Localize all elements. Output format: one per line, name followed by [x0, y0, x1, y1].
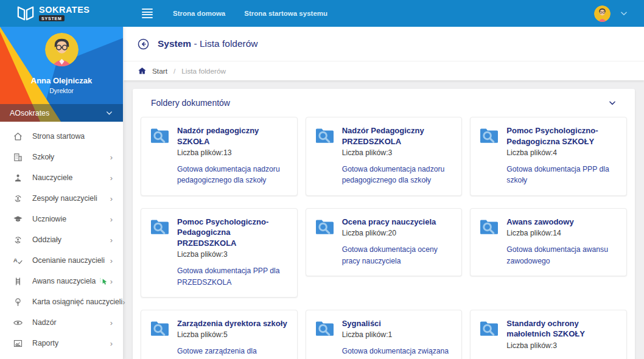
- sidebar-item-ocenianie-nauczycieli[interactable]: A Ocenianie nauczycieli ›: [0, 250, 123, 271]
- folder-title: Nadzór pedagogiczny SZKOŁA: [177, 125, 289, 147]
- folder-card[interactable]: Nadzór pedagogiczny SZKOŁA Liczba plików…: [141, 117, 298, 196]
- folder-card[interactable]: Pomoc Psychologiczno-Pedagogiczna SZKOŁY…: [470, 117, 627, 196]
- panel-collapse-chevron-icon[interactable]: [608, 99, 617, 107]
- folder-search-icon: [315, 319, 335, 337]
- folder-search-icon: [150, 127, 170, 144]
- chevron-right-icon: ›: [110, 153, 113, 161]
- sidebar-item-label: Nadzór: [32, 318, 57, 327]
- folder-card[interactable]: Nadzór Pedagogiczny PRZEDSZKOLA Liczba p…: [306, 117, 463, 196]
- sidebar-item-label: Szkoły: [32, 153, 54, 161]
- folder-files-count: Liczba plików:3: [342, 148, 453, 157]
- sidebar-item-uczniowie[interactable]: Uczniowie ›: [0, 209, 123, 229]
- page-title: System - Lista folderów: [158, 38, 258, 49]
- content-area: Foldery dokumentów Nadzór pedagogiczny S…: [124, 80, 644, 359]
- account-label: AOsokrates: [10, 109, 49, 117]
- sidebar-item-label: Karta osiągnięć nauczycieli: [32, 298, 122, 306]
- folder-card[interactable]: Standardy ochrony małoletnich SZKOŁY Lic…: [470, 310, 627, 359]
- topbar-link-strona-startowa-systemu[interactable]: Strona startowa systemu: [244, 10, 327, 17]
- folder-files-count: Liczba plików:4: [506, 148, 618, 157]
- profile-avatar[interactable]: [45, 33, 79, 66]
- folder-description: Gotowa dokumentacja PPP dla PRZEDSZKOLA: [177, 265, 289, 288]
- main-content: System - Lista folderów Start / Lista fo…: [124, 27, 644, 359]
- hamburger-menu-icon[interactable]: [142, 9, 154, 18]
- account-switcher[interactable]: AOsokrates: [0, 104, 123, 122]
- folder-search-icon: [150, 218, 170, 235]
- folder-card[interactable]: Ocena pracy nauczyciela Liczba plików:20…: [306, 208, 463, 276]
- team-sync-icon: [12, 193, 23, 204]
- chevron-right-icon: ›: [110, 340, 113, 347]
- folder-title: Ocena pracy nauczyciela: [342, 217, 453, 228]
- folder-title: Pomoc Psychologiczno-Pedagogiczna PRZEDS…: [177, 217, 289, 249]
- folder-card[interactable]: Zarządzenia dyrektora szkoły Liczba plik…: [141, 310, 298, 359]
- green-cursor-icon: [99, 277, 108, 286]
- sidebar-item-label: Zespoły nauczycieli: [32, 194, 97, 203]
- folder-card[interactable]: Pomoc Psychologiczno-Pedagogiczna PRZEDS…: [141, 208, 298, 298]
- lightbulb-icon: [12, 296, 23, 307]
- folder-files-count: Liczba plików:14: [506, 229, 618, 237]
- files-label: Liczba plików:: [506, 341, 553, 350]
- files-label: Liczba plików:: [177, 148, 223, 157]
- user-avatar[interactable]: [594, 5, 611, 22]
- group-sync-icon: [12, 234, 23, 245]
- app-logo[interactable]: SOKRATES SYSTEM: [0, 5, 124, 22]
- account-chevron-down-icon[interactable]: [620, 9, 628, 18]
- open-book-logo-icon: [16, 5, 35, 22]
- folder-search-icon: [315, 127, 335, 144]
- folder-search-icon: [315, 218, 335, 235]
- folder-search-icon: [479, 218, 499, 235]
- svg-text:A: A: [13, 256, 17, 263]
- folder-description: Gotowa dokumentacja awansu zawodowego: [506, 244, 618, 267]
- sidebar-item-nadzor[interactable]: Nadzór ›: [0, 312, 123, 333]
- files-count: 4: [553, 148, 557, 157]
- folder-card[interactable]: Awans zawodowy Liczba plików:14 Gotowa d…: [470, 208, 627, 276]
- folder-grid: Nadzór pedagogiczny SZKOŁA Liczba plików…: [141, 117, 627, 359]
- sidebar-item-strona-startowa[interactable]: Strona startowa: [0, 126, 123, 147]
- sidebar-item-szkoly[interactable]: Szkoły ›: [0, 147, 123, 167]
- chevron-right-icon: ›: [110, 257, 113, 265]
- folder-title: Awans zawodowy: [506, 217, 618, 228]
- folder-files-count: Liczba plików:20: [342, 229, 453, 237]
- sidebar-item-label: Raporty: [32, 339, 58, 347]
- sidebar-item-karta-osiagniec-nauczycieli[interactable]: Karta osiągnięć nauczycieli ›: [0, 291, 123, 312]
- page-header: System - Lista folderów: [124, 27, 644, 61]
- files-count: 13: [223, 148, 232, 157]
- files-count: 3: [553, 341, 557, 350]
- chevron-right-icon: ›: [110, 236, 113, 244]
- ladder-icon: [12, 276, 23, 287]
- chevron-right-icon: ›: [110, 277, 113, 285]
- folder-card[interactable]: Sygnaliści Liczba plików:1 Gotowa dokume…: [306, 310, 463, 359]
- sidebar: Anna Olejniczak Dyrektor AOsokrates Stro…: [0, 27, 124, 359]
- folder-files-count: Liczba plików:1: [342, 330, 453, 339]
- back-circle-button[interactable]: [137, 38, 150, 51]
- topbar-link-strona-domowa[interactable]: Strona domowa: [173, 10, 225, 17]
- files-label: Liczba plików:: [342, 229, 388, 237]
- folder-files-count: Liczba plików:5: [177, 330, 289, 339]
- sidebar-item-awans-nauczyciela[interactable]: Awans nauczyciela ›: [0, 271, 123, 291]
- folder-files-count: Liczba plików:3: [506, 341, 618, 350]
- sidebar-item-oddzialy[interactable]: Oddziały ›: [0, 229, 123, 250]
- folder-search-icon: [479, 127, 499, 144]
- breadcrumb-home-icon[interactable]: [138, 66, 147, 75]
- sidebar-item-raporty[interactable]: Raporty ›: [0, 333, 123, 354]
- grade-check-icon: A: [12, 255, 23, 266]
- chevron-right-icon: ›: [122, 298, 125, 306]
- sidebar-item-nauczyciele[interactable]: Nauczyciele ›: [0, 167, 123, 188]
- sidebar-item-zespoly-nauczycieli[interactable]: Zespoły nauczycieli ›: [0, 188, 123, 209]
- breadcrumb-separator: /: [173, 67, 175, 75]
- breadcrumb-current: Lista folderów: [181, 67, 226, 75]
- app-window: SOKRATES SYSTEM Strona domowa Strona sta…: [0, 0, 644, 359]
- eye-icon: [12, 317, 23, 328]
- files-label: Liczba plików:: [506, 148, 553, 157]
- folder-title: Sygnaliści: [342, 318, 453, 329]
- folder-description: Gotowa dokumentacja dla standardów ochro…: [506, 357, 618, 359]
- files-count: 14: [553, 229, 561, 237]
- folder-description: Gotowa dokumentacja związana z sygnalist…: [342, 346, 453, 359]
- chevron-right-icon: ›: [110, 195, 113, 203]
- sidebar-item-label: Strona startowa: [32, 132, 85, 141]
- files-count: 5: [223, 330, 228, 339]
- sidebar-item-label: Uczniowie: [32, 215, 66, 223]
- chevron-right-icon: ›: [110, 215, 113, 223]
- report-chart-icon: [12, 338, 23, 349]
- home-icon: [12, 131, 23, 142]
- breadcrumb-start-link[interactable]: Start: [152, 67, 167, 75]
